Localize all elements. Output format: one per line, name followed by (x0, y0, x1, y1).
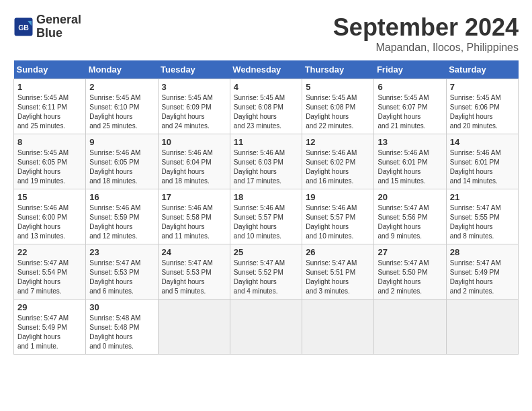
day-number: 17 (162, 192, 226, 202)
day-info: Sunrise: 5:47 AMSunset: 5:51 PMDaylight … (306, 259, 370, 296)
day-info: Sunrise: 5:46 AMSunset: 5:58 PMDaylight … (162, 203, 226, 241)
day-info: Sunrise: 5:45 AMSunset: 6:09 PMDaylight … (162, 93, 226, 131)
day-number: 27 (378, 247, 442, 257)
day-number: 19 (306, 192, 370, 202)
weekday-header: Wednesday (230, 60, 302, 79)
day-number: 4 (234, 82, 298, 92)
day-info: Sunrise: 5:45 AMSunset: 6:08 PMDaylight … (306, 93, 370, 131)
day-number: 8 (17, 137, 82, 147)
day-number: 25 (234, 247, 298, 257)
day-info: Sunrise: 5:45 AMSunset: 6:07 PMDaylight … (378, 93, 442, 131)
day-info: Sunrise: 5:46 AMSunset: 6:02 PMDaylight … (306, 148, 370, 186)
day-info: Sunrise: 5:46 AMSunset: 6:05 PMDaylight … (89, 148, 154, 186)
day-number: 12 (306, 137, 370, 147)
day-number: 3 (162, 82, 226, 92)
calendar-cell: 25 Sunrise: 5:47 AMSunset: 5:52 PMDaylig… (230, 244, 302, 300)
day-number: 2 (89, 82, 154, 92)
day-info: Sunrise: 5:46 AMSunset: 5:57 PMDaylight … (306, 203, 370, 241)
day-number: 11 (234, 137, 298, 147)
calendar-cell: 22 Sunrise: 5:47 AMSunset: 5:54 PMDaylig… (14, 244, 86, 300)
calendar-cell (158, 300, 230, 355)
location-title: Mapandan, Ilocos, Philippines (333, 42, 519, 54)
calendar-cell: 2 Sunrise: 5:45 AMSunset: 6:10 PMDayligh… (86, 79, 158, 134)
day-info: Sunrise: 5:46 AMSunset: 6:01 PMDaylight … (450, 148, 515, 186)
calendar-cell (302, 300, 374, 355)
day-number: 9 (89, 137, 154, 147)
day-number: 10 (162, 137, 226, 147)
calendar-table: SundayMondayTuesdayWednesdayThursdayFrid… (13, 60, 519, 355)
calendar-cell: 1 Sunrise: 5:45 AMSunset: 6:11 PMDayligh… (14, 79, 86, 134)
calendar-cell: 8 Sunrise: 5:45 AMSunset: 6:05 PMDayligh… (14, 134, 86, 189)
month-title: September 2024 (333, 13, 519, 42)
day-info: Sunrise: 5:47 AMSunset: 5:53 PMDaylight … (89, 259, 154, 296)
day-info: Sunrise: 5:46 AMSunset: 6:00 PMDaylight … (17, 203, 82, 241)
day-info: Sunrise: 5:45 AMSunset: 6:05 PMDaylight … (17, 148, 82, 186)
calendar-cell: 7 Sunrise: 5:45 AMSunset: 6:06 PMDayligh… (446, 79, 518, 134)
day-info: Sunrise: 5:45 AMSunset: 6:06 PMDaylight … (450, 93, 515, 131)
title-area: September 2024 Mapandan, Ilocos, Philipp… (333, 13, 519, 54)
day-number: 5 (306, 82, 370, 92)
day-info: Sunrise: 5:46 AMSunset: 6:03 PMDaylight … (234, 148, 298, 186)
calendar-cell: 24 Sunrise: 5:47 AMSunset: 5:53 PMDaylig… (158, 244, 230, 300)
calendar-cell: 17 Sunrise: 5:46 AMSunset: 5:58 PMDaylig… (158, 189, 230, 244)
day-number: 30 (89, 302, 154, 312)
day-number: 14 (450, 137, 515, 147)
calendar-cell: 15 Sunrise: 5:46 AMSunset: 6:00 PMDaylig… (14, 189, 86, 244)
calendar-cell: 20 Sunrise: 5:47 AMSunset: 5:56 PMDaylig… (374, 189, 446, 244)
calendar-week-row: 29 Sunrise: 5:47 AMSunset: 5:49 PMDaylig… (14, 300, 519, 355)
day-number: 6 (378, 82, 442, 92)
calendar-cell: 21 Sunrise: 5:47 AMSunset: 5:55 PMDaylig… (446, 189, 518, 244)
weekday-header: Monday (86, 60, 158, 79)
calendar-cell: 23 Sunrise: 5:47 AMSunset: 5:53 PMDaylig… (86, 244, 158, 300)
calendar-cell: 9 Sunrise: 5:46 AMSunset: 6:05 PMDayligh… (86, 134, 158, 189)
calendar-cell: 29 Sunrise: 5:47 AMSunset: 5:49 PMDaylig… (14, 300, 86, 355)
day-info: Sunrise: 5:47 AMSunset: 5:55 PMDaylight … (450, 203, 515, 241)
weekday-header: Sunday (14, 60, 86, 79)
day-info: Sunrise: 5:45 AMSunset: 6:08 PMDaylight … (234, 93, 298, 131)
day-number: 20 (378, 192, 442, 202)
day-number: 1 (17, 82, 82, 92)
day-info: Sunrise: 5:47 AMSunset: 5:56 PMDaylight … (378, 203, 442, 241)
calendar-cell: 19 Sunrise: 5:46 AMSunset: 5:57 PMDaylig… (302, 189, 374, 244)
calendar-cell: 30 Sunrise: 5:48 AMSunset: 5:48 PMDaylig… (86, 300, 158, 355)
calendar-cell: 28 Sunrise: 5:47 AMSunset: 5:49 PMDaylig… (446, 244, 518, 300)
day-info: Sunrise: 5:47 AMSunset: 5:54 PMDaylight … (17, 259, 82, 296)
calendar-cell: 26 Sunrise: 5:47 AMSunset: 5:51 PMDaylig… (302, 244, 374, 300)
calendar-cell: 18 Sunrise: 5:46 AMSunset: 5:57 PMDaylig… (230, 189, 302, 244)
day-number: 15 (17, 192, 82, 202)
calendar-cell: 12 Sunrise: 5:46 AMSunset: 6:02 PMDaylig… (302, 134, 374, 189)
weekday-header: Friday (374, 60, 446, 79)
day-number: 22 (17, 247, 82, 257)
weekday-header-row: SundayMondayTuesdayWednesdayThursdayFrid… (14, 60, 519, 79)
day-info: Sunrise: 5:47 AMSunset: 5:50 PMDaylight … (378, 259, 442, 296)
calendar-cell: 27 Sunrise: 5:47 AMSunset: 5:50 PMDaylig… (374, 244, 446, 300)
day-number: 13 (378, 137, 442, 147)
day-number: 23 (89, 247, 154, 257)
day-info: Sunrise: 5:47 AMSunset: 5:49 PMDaylight … (450, 259, 515, 296)
calendar-cell: 16 Sunrise: 5:46 AMSunset: 5:59 PMDaylig… (86, 189, 158, 244)
calendar-week-row: 8 Sunrise: 5:45 AMSunset: 6:05 PMDayligh… (14, 134, 519, 189)
day-info: Sunrise: 5:46 AMSunset: 6:04 PMDaylight … (162, 148, 226, 186)
logo-icon: GB (13, 17, 34, 37)
day-number: 24 (162, 247, 226, 257)
day-info: Sunrise: 5:47 AMSunset: 5:49 PMDaylight … (17, 314, 82, 351)
calendar-week-row: 22 Sunrise: 5:47 AMSunset: 5:54 PMDaylig… (14, 244, 519, 300)
weekday-header: Saturday (446, 60, 518, 79)
calendar-cell: 5 Sunrise: 5:45 AMSunset: 6:08 PMDayligh… (302, 79, 374, 134)
day-number: 7 (450, 82, 515, 92)
day-info: Sunrise: 5:48 AMSunset: 5:48 PMDaylight … (89, 314, 154, 351)
calendar-cell: 6 Sunrise: 5:45 AMSunset: 6:07 PMDayligh… (374, 79, 446, 134)
day-number: 16 (89, 192, 154, 202)
calendar-cell: 10 Sunrise: 5:46 AMSunset: 6:04 PMDaylig… (158, 134, 230, 189)
day-info: Sunrise: 5:47 AMSunset: 5:53 PMDaylight … (162, 259, 226, 296)
day-info: Sunrise: 5:46 AMSunset: 6:01 PMDaylight … (378, 148, 442, 186)
weekday-header: Thursday (302, 60, 374, 79)
day-info: Sunrise: 5:47 AMSunset: 5:52 PMDaylight … (234, 259, 298, 296)
calendar-cell: 11 Sunrise: 5:46 AMSunset: 6:03 PMDaylig… (230, 134, 302, 189)
day-number: 28 (450, 247, 515, 257)
day-number: 26 (306, 247, 370, 257)
logo-text: General Blue (36, 13, 81, 40)
logo: GB General Blue (13, 13, 81, 40)
calendar-cell: 14 Sunrise: 5:46 AMSunset: 6:01 PMDaylig… (446, 134, 518, 189)
calendar-cell: 13 Sunrise: 5:46 AMSunset: 6:01 PMDaylig… (374, 134, 446, 189)
